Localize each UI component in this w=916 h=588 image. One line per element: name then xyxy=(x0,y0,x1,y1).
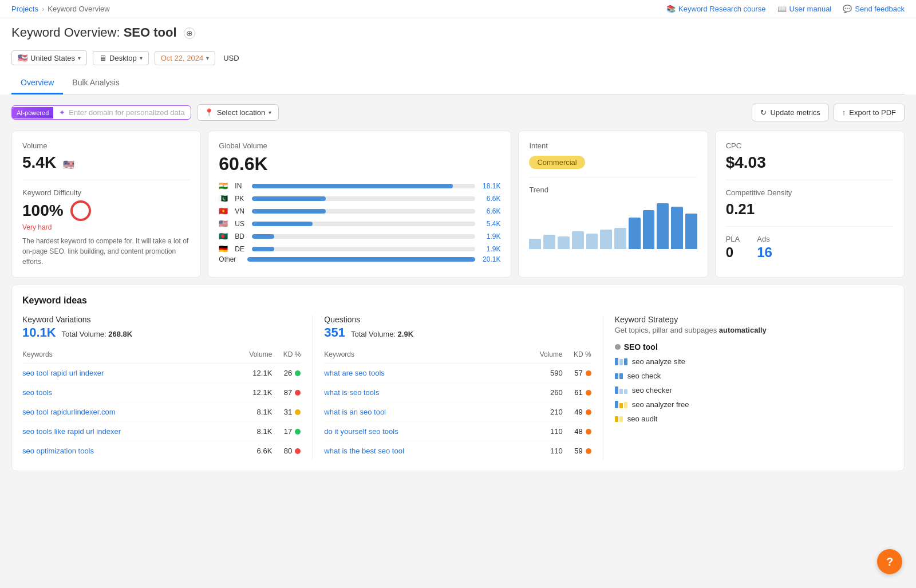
country-bar-fill xyxy=(252,209,326,214)
currency-label: USD xyxy=(223,54,239,62)
kd-cell: 17 xyxy=(272,427,301,436)
global-volume-value: 60.6K xyxy=(219,153,500,175)
cpc-card: CPC $4.03 Competitive Density 0.21 PLA 0… xyxy=(715,131,905,278)
keyword-ideas-section: Keyword ideas Keyword Variations 10.1K T… xyxy=(11,285,905,471)
export-icon: ↑ xyxy=(842,108,846,117)
strategy-root-label: SEO tool xyxy=(624,342,658,352)
country-code: VN xyxy=(235,207,247,215)
location-filter[interactable]: 📍 Select location ▾ xyxy=(197,104,279,121)
country-bar-fill xyxy=(252,184,453,188)
questions-total: Total Volume: 2.9K xyxy=(351,330,413,338)
course-link[interactable]: 📚 Keyword Research course xyxy=(666,5,765,13)
intent-trend-card: Intent Commercial Trend xyxy=(518,131,708,278)
location-label: Select location xyxy=(217,108,266,117)
pla-item: PLA 0 xyxy=(726,235,740,261)
kd-dot-icon xyxy=(586,409,591,415)
update-metrics-button[interactable]: ↻ Update metrics xyxy=(752,104,828,121)
kd-dot-icon xyxy=(295,409,301,415)
strategy-header: Keyword Strategy Get topics, pillar and … xyxy=(615,315,894,336)
strategy-root: SEO tool xyxy=(615,342,894,352)
bar-segment xyxy=(615,401,618,408)
volume-flag: 🇺🇸 xyxy=(63,160,74,169)
bar-icon xyxy=(615,386,627,394)
kd-cell: 49 xyxy=(563,408,591,416)
keyword-link[interactable]: what is seo tools xyxy=(324,388,528,397)
keyword-link[interactable]: what are seo tools xyxy=(324,369,528,377)
keyword-link[interactable]: seo tools like rapid url indexer xyxy=(22,427,238,436)
strategy-item[interactable]: seo check xyxy=(615,372,894,380)
country-bar-bg xyxy=(252,196,475,201)
tab-bulk-analysis[interactable]: Bulk Analysis xyxy=(63,72,128,94)
keyword-link[interactable]: seo tool rapidurlindexer.com xyxy=(22,408,238,416)
kd-cell: 61 xyxy=(563,388,591,397)
country-bar-fill xyxy=(252,196,326,201)
feedback-link[interactable]: 💬 Send feedback xyxy=(843,5,905,13)
trend-bar xyxy=(614,228,626,249)
kd-description: The hardest keyword to compete for. It w… xyxy=(22,236,190,267)
volume-value: 110 xyxy=(528,427,563,436)
trend-bar xyxy=(643,210,655,249)
kd-label: Keyword Difficulty xyxy=(22,188,190,197)
strategy-column: Keyword Strategy Get topics, pillar and … xyxy=(603,315,894,460)
kd-dot-icon xyxy=(295,370,301,376)
variations-table-header: Keywords Volume KD % xyxy=(22,346,301,364)
questions-column: Questions 351 Total Volume: 2.9K Keyword… xyxy=(313,315,603,460)
kd-dot-icon xyxy=(586,370,591,376)
strategy-item[interactable]: seo audit xyxy=(615,415,894,423)
comp-density-label: Competitive Density xyxy=(726,188,894,197)
add-keyword-button[interactable]: ⊕ xyxy=(184,27,195,39)
questions-count: 351 xyxy=(324,325,345,340)
kd-cell: 59 xyxy=(563,447,591,455)
breadcrumb-projects[interactable]: Projects xyxy=(11,5,38,13)
keyword-link[interactable]: seo tool rapid url indexer xyxy=(22,369,238,377)
ai-domain-input[interactable]: ✦ Enter domain for personalized data xyxy=(53,106,190,119)
bar-icon xyxy=(615,401,627,408)
bar-segment xyxy=(619,373,623,379)
date-filter[interactable]: Oct 22, 2024 ▾ xyxy=(155,51,215,65)
device-filter[interactable]: 🖥 Desktop ▾ xyxy=(93,51,149,65)
keyword-link[interactable]: seo optimization tools xyxy=(22,447,238,455)
country-value: 1.9K xyxy=(480,232,500,240)
trend-bar xyxy=(657,203,669,249)
kd-dot-icon xyxy=(295,429,301,435)
keyword-link[interactable]: do it yourself seo tools xyxy=(324,427,528,436)
tab-overview[interactable]: Overview xyxy=(11,72,63,94)
table-row: do it yourself seo tools 110 48 xyxy=(324,422,591,441)
ads-label: Ads xyxy=(757,235,772,243)
strategy-item[interactable]: seo checker xyxy=(615,386,894,394)
export-pdf-button[interactable]: ↑ Export to PDF xyxy=(834,104,905,121)
kd-dot-icon xyxy=(295,390,301,396)
cpc-value: $4.03 xyxy=(726,153,894,172)
kd-number: 61 xyxy=(574,388,582,397)
kd-number: 57 xyxy=(574,369,582,377)
volume-value: 12.1K xyxy=(238,369,272,377)
country-flag: 🇺🇸 xyxy=(18,53,27,62)
sparkle-icon: ✦ xyxy=(59,108,65,117)
country-filter[interactable]: 🇺🇸 United States ▾ xyxy=(11,50,87,65)
country-code: IN xyxy=(235,182,247,190)
strategy-item-label: seo checker xyxy=(632,386,672,394)
trend-label: Trend xyxy=(529,186,697,194)
bar-segment xyxy=(619,403,623,408)
ads-value: 16 xyxy=(757,244,772,261)
var-th-kd: KD % xyxy=(272,350,301,358)
strategy-item[interactable]: seo analyzer free xyxy=(615,400,894,409)
country-value: 6.6K xyxy=(480,195,500,203)
comp-density-value: 0.21 xyxy=(726,200,894,218)
table-row: seo tool rapidurlindexer.com 8.1K 31 xyxy=(22,402,301,422)
toolbar-actions: ↻ Update metrics ↑ Export to PDF xyxy=(752,104,905,121)
kd-cell: 26 xyxy=(272,369,301,377)
intent-badge: Commercial xyxy=(529,156,585,169)
keyword-link[interactable]: what is the best seo tool xyxy=(324,447,528,455)
strategy-item[interactable]: seo analyze site xyxy=(615,357,894,366)
cpc-label: CPC xyxy=(726,141,894,150)
volume-value: 590 xyxy=(528,369,563,377)
keyword-link[interactable]: seo tools xyxy=(22,388,238,397)
variations-column: Keyword Variations 10.1K Total Volume: 2… xyxy=(22,315,313,460)
country-value: 1.9K xyxy=(480,245,500,253)
keyword-link[interactable]: what is an seo tool xyxy=(324,408,528,416)
bar-icon xyxy=(615,373,623,379)
manual-link[interactable]: 📖 User manual xyxy=(777,5,832,13)
volume-value: 8.1K xyxy=(238,427,272,436)
device-label: Desktop xyxy=(109,54,137,62)
